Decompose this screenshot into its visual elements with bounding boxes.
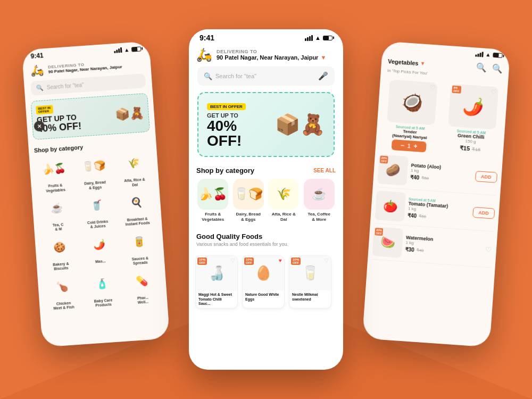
product-card-maggi[interactable]: 🍶 10%OFF ♡ Maggi Hot & Sweet Tomato Chil… [195,255,238,309]
watermelon-img: 🍉 20%OFF [372,227,404,258]
category-item-atta[interactable]: 🌾 Atta, Rice &Dal [114,149,154,189]
category-item-drinks[interactable]: 🥤 Cold Drinks& Juices [77,191,117,231]
category-item-dairy[interactable]: 🥛🍞 Dairy, Bread& Eggs [74,152,114,192]
coconut-minus-btn[interactable]: − [400,142,404,149]
tomato-img: 🍅 [375,190,406,222]
center-time: 9:41 [200,34,214,42]
center-delivery-address: 90 Patel Nagar, Near Narayan, Jaipur ▼ [217,54,336,61]
category-item-tea[interactable]: ☕ Tea, C& M [37,194,77,234]
watermelon-heart-icon[interactable]: ♡ [485,245,492,254]
right-status-icons: ▲ [475,51,503,59]
milkmaid-discount-badge: 10%OFF [291,257,301,265]
eggs-name: Nature Good White Eggs [245,293,281,302]
center-cat-atta[interactable]: 🌾 Atta, Rice &Dal [268,179,300,222]
category-item-sauces[interactable]: 🥫 Sauces &Spreads [119,227,159,267]
watermelon-price: ₹30 [405,246,414,253]
maggi-discount-badge: 10%OFF [197,257,207,265]
sauces-label: Sauces &Spreads [131,256,149,266]
coconut-plus-btn[interactable]: + [413,143,418,150]
atta-img: 🌾 [119,149,147,177]
watermelon-original-price: ₹40 [416,248,424,253]
drinks-img: 🥤 [82,191,111,219]
potato-add-button[interactable]: ADD [475,171,497,183]
center-delivery-header: 🛵 DELIVERING TO 90 Patel Nagar, Near Nar… [189,44,343,66]
atta-label: Atta, Rice &Dal [124,178,145,188]
left-banner-discount: GET UP TO40% OFF! [37,111,117,135]
green-chilli-original-price: ₹18 [472,146,481,152]
center-tea-img: ☕ [304,179,335,210]
center-section-header: Shop by category SEE ALL [189,164,343,179]
tomato-add-button[interactable]: ADD [472,206,495,219]
eggs-heart-icon[interactable]: ♥ [279,257,282,263]
center-cat-tea[interactable]: ☕ Tea, Coffee& More [304,179,335,222]
milkmaid-heart-icon[interactable]: ♡ [324,257,329,263]
right-search-icon[interactable]: 🔍 [476,62,487,73]
center-best-offer-badge: BEST IN OFFER [207,103,246,110]
product-card-milkmaid[interactable]: 🥛 10%OFF ♡ Nestle Milkmai sweetened [289,255,331,309]
maggi-name: Maggi Hot & Sweet Tomato Chilli Sauc... [198,293,235,306]
watermelon-info: Watermelon 1 kg ₹30 ₹40 [405,235,483,257]
category-item-pharma[interactable]: 💊 Phar...Well... [122,267,162,306]
dropdown-arrow-icon[interactable]: ▼ [320,54,326,61]
maggi-emoji: 🍶 [208,265,225,281]
center-banner-image: 📦🧸 [275,113,325,136]
maggi-heart-icon[interactable]: ♡ [230,257,235,263]
bakery-label: Bakery &Biscuits [53,262,69,272]
right-product-list: 🥥 ♡ Sourced at 5 AM Tender(Naariyal) Nar… [368,76,508,268]
green-chilli-item[interactable]: 🌶️ 8%OFF ♡ Sourced at 5 AM Green Chilli … [440,84,503,157]
tea-img: ☕ [43,194,71,222]
center-fruits-label: Fruits &Vegetables [202,212,224,222]
sauces-img: 🥫 [124,228,153,256]
phones-container: 9:41 ▲ 🛵 DELIVERING TO 90 Patel Nagar, N… [16,13,516,386]
drinks-label: Cold Drinks& Juices [87,219,109,229]
potato-price: ₹40 [410,174,420,181]
center-cat-fruits[interactable]: 🍌🍒 Fruits &Vegetables [197,179,229,222]
coconut-heart-icon[interactable]: ♡ [429,84,436,92]
right-address-area[interactable]: Vegetables ▼ [388,58,426,67]
coconut-qty: 1 [408,143,411,149]
left-status-icons: ▲ [114,46,142,54]
maggi-img-area: 🍶 10%OFF ♡ [196,256,237,290]
fruits-img: 🍌🍒 [40,155,68,183]
product-card-eggs[interactable]: 🥚 10%OFF ♥ Nature Good White Eggs [242,255,285,309]
coconut-item[interactable]: 🥥 ♡ Sourced at 5 AM Tender(Naariyal) Nar… [380,79,443,153]
green-chilli-price: ₹15 [460,145,470,152]
center-search-bar[interactable]: 🔍 Search for "tea" 🎤 [197,66,335,86]
green-chilli-heart-icon[interactable]: ♡ [491,88,497,96]
center-quality-section: Good Quality Foods Various snacks and fo… [189,229,343,251]
category-item-chicken[interactable]: 🍗 ChickenMeet & Fish [43,272,82,312]
see-all-button[interactable]: SEE ALL [313,168,336,173]
category-item-baby[interactable]: 🧴 Baby CareProducts [82,269,122,309]
search-icon: 🔍 [36,84,44,92]
center-atta-img: 🌾 [268,179,299,210]
coconut-qty-control[interactable]: − 1 + [391,139,427,153]
center-dairy-img: 🥛🍞 [233,179,264,210]
milkmaid-img-area: 🥛 10%OFF ♡ [289,256,331,290]
center-banner: BEST IN OFFER GET UP TO 40% OFF! 📦🧸 [197,92,335,157]
category-item-bakery[interactable]: 🍪 Bakery &Biscuits [40,232,80,272]
category-item-masala[interactable]: 🌶️ Mas... [80,230,120,270]
left-search-placeholder: Search for "tea" [46,78,140,90]
center-atta-label: Atta, Rice &Dal [272,212,296,222]
fruits-label: Fruits &Vegetables [46,183,66,193]
masala-label: Mas... [95,259,106,264]
category-item-breakfast[interactable]: 🍳 Breakfast &Instant Foods [117,188,156,228]
center-signal-icon [305,35,313,41]
right-wifi-icon: ▲ [485,52,491,58]
right-search2-icon[interactable]: 🔍 [492,63,503,74]
center-cat-dairy[interactable]: 🥛🍞 Dairy, Bread& Eggs [233,179,264,222]
quality-title: Good Quality Foods [196,232,336,240]
center-battery-icon [323,36,332,40]
center-category-grid: 🍌🍒 Fruits &Vegetables 🥛🍞 Dairy, Bread& E… [189,179,343,229]
left-banner-image: 📦🧸 [115,106,145,122]
pharma-label: Phar...Well... [137,295,149,305]
microphone-icon[interactable]: 🎤 [318,71,328,81]
category-item-fruits[interactable]: 🍌🍒 Fruits &Vegetables [35,154,74,194]
eggs-emoji: 🥚 [255,265,272,281]
dairy-label: Dairy, Bread& Eggs [84,180,106,191]
right-dropdown-icon[interactable]: ▼ [420,60,426,66]
center-banner-discount: 40% OFF! [207,119,270,148]
center-delivery-icon: 🛵 [196,47,212,62]
battery-icon [131,46,142,52]
wifi-icon: ▲ [124,46,130,53]
